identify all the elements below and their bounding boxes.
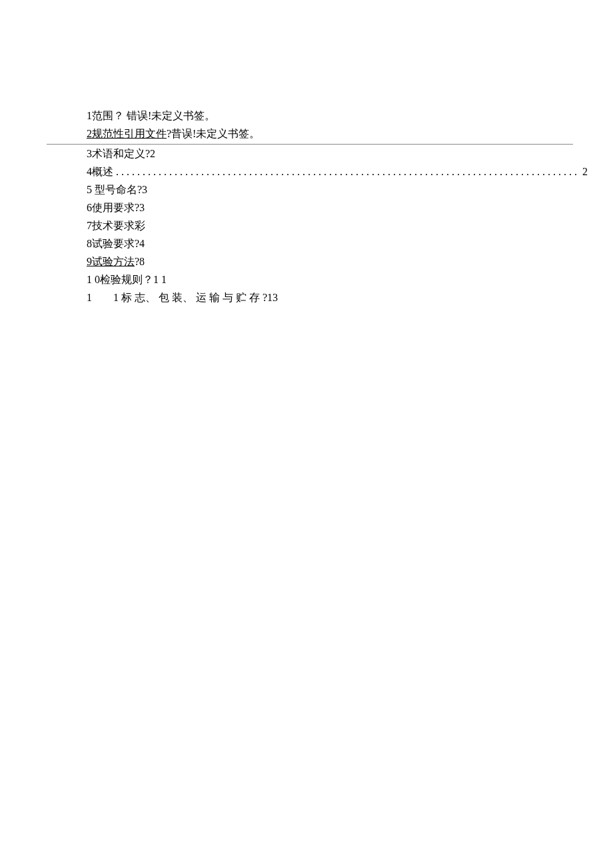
toc-entry-3: 3术语和定义?2 [87, 146, 566, 162]
toc-text: 3术语和定义?2 [87, 148, 155, 159]
toc-text: 1 0检验规则？1 1 [87, 274, 167, 285]
toc-entry-6: 6使用要求?3 [87, 200, 566, 216]
toc-entry-11: 1 1 标 志、 包 装、 运 输 与 贮 存 ?13 [87, 290, 566, 306]
toc-entry-1: 1范围？ 错误!未定义书签。 [87, 108, 566, 124]
toc-entry-4: 4概述 . . . . . . . . . . . . . . . . . . … [87, 164, 566, 180]
toc-entry-7: 7技术要求彩 [87, 218, 566, 234]
toc-entry-2: 2规范性引用文件?昔误!未定义书签。 [87, 126, 566, 142]
toc-leader-dots: . . . . . . . . . . . . . . . . . . . . … [116, 164, 577, 180]
toc-entry-9: 9试验方法?8 [87, 254, 566, 270]
toc-text: 1 1 标 志、 包 装、 运 输 与 贮 存 ?13 [87, 292, 278, 303]
toc-text: 6使用要求?3 [87, 202, 145, 213]
toc-text: 1范围？ 错误!未定义书签。 [87, 110, 215, 121]
toc-page-number: 2 [582, 166, 588, 177]
toc-text: 8试验要求?4 [87, 238, 145, 249]
toc-entry-10: 1 0检验规则？1 1 [87, 272, 566, 288]
toc-entry-8: 8试验要求?4 [87, 236, 566, 252]
toc-text: 7技术要求彩 [87, 220, 145, 231]
toc-text: 5 型号命名?3 [87, 184, 147, 195]
toc-text-rest: ?8 [135, 256, 145, 267]
toc-text-rest: ?昔误!未定义书签。 [167, 128, 260, 139]
toc-text-prefix: 4概述 [87, 166, 116, 177]
toc-link-text: 2规范性引用文件 [87, 128, 167, 139]
document-page: 1范围？ 错误!未定义书签。 2规范性引用文件?昔误!未定义书签。 3术语和定义… [0, 0, 613, 306]
toc-entry-5: 5 型号命名?3 [87, 182, 566, 198]
horizontal-rule [47, 144, 573, 145]
toc-link-text: 9试验方法 [87, 256, 135, 267]
